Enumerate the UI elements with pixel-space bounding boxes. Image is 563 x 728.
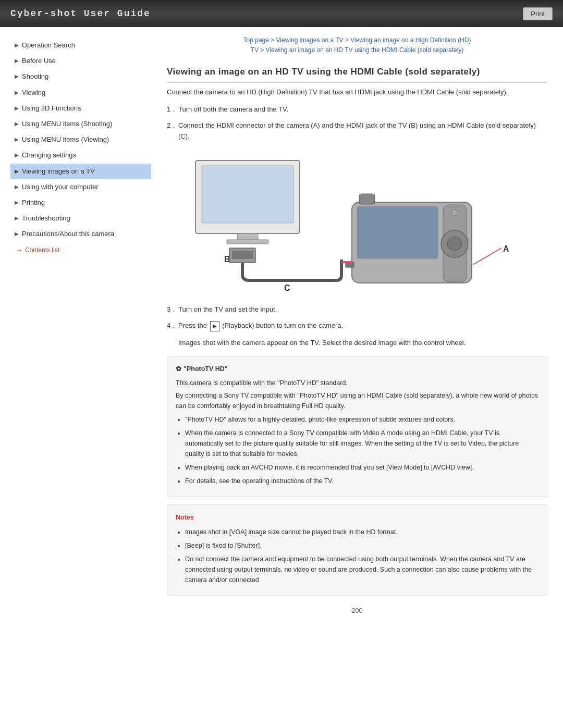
step-num: 2． [167, 120, 178, 131]
notes-bullet-3: Do not connect the camera and equipment … [185, 554, 538, 585]
step-num: 1． [167, 104, 178, 115]
arrow-icon: ▶ [15, 215, 19, 222]
svg-rect-1 [202, 166, 293, 223]
sidebar-item-label: Precautions/About this camera [22, 229, 114, 239]
notes-bullets: Images shot in [VGA] image size cannot b… [176, 527, 538, 585]
print-button[interactable]: Print [523, 7, 553, 20]
phototv-bullet-2: When the camera is connected to a Sony T… [185, 428, 538, 459]
svg-rect-3 [227, 240, 268, 244]
arrow-icon: ▶ [15, 183, 19, 191]
tip-icon: ✿ [176, 364, 181, 375]
sidebar-item-menu-viewing[interactable]: ▶ Using MENU items (Viewing) [10, 132, 151, 147]
sidebar-item-changing-settings[interactable]: ▶ Changing settings [10, 147, 151, 163]
arrow-icon: ▶ [15, 120, 19, 128]
phototv-bullet-3: When playing back an AVCHD movie, it is … [185, 462, 538, 473]
sidebar-item-3d-functions[interactable]: ▶ Using 3D Functions [10, 101, 151, 116]
arrow-icon: ▶ [15, 199, 19, 206]
sidebar-item-printing[interactable]: ▶ Printing [10, 195, 151, 211]
intro-text: Connect the camera to an HD (High Defini… [167, 87, 547, 98]
notes-bullet-2: [Beep] is fixed to [Shutter]. [185, 540, 538, 551]
sidebar-item-viewing[interactable]: ▶ Viewing [10, 85, 151, 101]
main-container: ▶ Operation Search ▶ Before Use ▶ Shooti… [0, 27, 563, 630]
page-number: 200 [167, 607, 547, 614]
sidebar-item-label: Shooting [22, 72, 48, 81]
arrow-icon: ▶ [15, 89, 19, 96]
step-text: Connect the HDMI connector of the camera… [178, 120, 547, 142]
sidebar-item-before-use[interactable]: ▶ Before Use [10, 53, 151, 69]
notes-bullet-1: Images shot in [VGA] image size cannot b… [185, 527, 538, 537]
breadcrumb-line1: Top page > Viewing images on a TV > View… [167, 35, 547, 45]
step-num: 3． [167, 304, 178, 315]
svg-rect-9 [357, 206, 438, 258]
step-text: Turn on the TV and set the input. [178, 304, 277, 315]
contents-arrow-icon: → [16, 246, 23, 254]
svg-text:A: A [503, 244, 509, 253]
contents-list-link[interactable]: → Contents list [10, 242, 151, 258]
arrow-icon: ▶ [15, 73, 19, 80]
arrow-icon: ▶ [15, 168, 19, 175]
contents-list-label: Contents list [25, 246, 59, 254]
arrow-icon: ▶ [15, 42, 19, 49]
sidebar-item-precautions[interactable]: ▶ Precautions/About this camera [10, 226, 151, 242]
svg-text:C: C [284, 283, 290, 292]
sidebar-item-operation-search[interactable]: ▶ Operation Search [10, 38, 151, 53]
steps-list: 1． Turn off both the camera and the TV. … [167, 104, 547, 142]
svg-point-13 [451, 209, 458, 216]
page-title: Viewing an image on an HD TV using the H… [167, 66, 547, 83]
step4-extra: Images shot with the camera appear on th… [178, 338, 547, 349]
step-4: 4． Press the ▶ (Playback) button to turn… [167, 320, 547, 331]
diagram-area: B C [167, 150, 547, 296]
diagram-svg: B C [167, 150, 547, 296]
playback-icon: ▶ [210, 321, 219, 331]
app-title: Cyber-shot User Guide [10, 8, 151, 19]
sidebar-item-label: Using with your computer [22, 182, 99, 192]
phototv-bullet-1: "PhotoTV HD" allows for a highly-detaile… [185, 414, 538, 425]
sidebar-item-label: Using 3D Functions [22, 104, 81, 113]
sidebar-item-label: Operation Search [22, 41, 75, 50]
arrow-icon: ▶ [15, 136, 19, 143]
header: Cyber-shot User Guide Print [0, 0, 563, 27]
sidebar-item-label: Viewing images on a TV [22, 167, 95, 176]
step-2: 2． Connect the HDMI connector of the cam… [167, 120, 547, 142]
svg-line-17 [473, 248, 501, 265]
step-1: 1． Turn off both the camera and the TV. [167, 104, 547, 115]
phototv-line2: By connecting a Sony TV compatible with … [176, 390, 538, 411]
step-num: 4． [167, 320, 178, 331]
notes-box: Notes Images shot in [VGA] image size ca… [167, 504, 547, 596]
sidebar-item-label: Using MENU items (Viewing) [22, 135, 109, 144]
sidebar-item-viewing-tv[interactable]: ▶ Viewing images on a TV [10, 164, 151, 179]
sidebar-item-computer[interactable]: ▶ Using with your computer [10, 179, 151, 195]
phototv-line1: This camera is compatible with the "Phot… [176, 378, 538, 388]
phototv-bullet-4: For details, see the operating instructi… [185, 476, 538, 486]
sidebar-item-menu-shooting[interactable]: ▶ Using MENU items (Shooting) [10, 116, 151, 132]
phototv-bullets: "PhotoTV HD" allows for a highly-detaile… [176, 414, 538, 486]
phototv-title-text: "PhotoTV HD" [183, 364, 228, 374]
sidebar-item-label: Changing settings [22, 151, 76, 160]
sidebar-item-shooting[interactable]: ▶ Shooting [10, 69, 151, 84]
svg-rect-14 [359, 194, 375, 204]
step-text: Press the ▶ (Playback) button to turn on… [178, 320, 343, 331]
svg-rect-6 [232, 251, 253, 259]
content-area: Top page > Viewing images on a TV > View… [151, 27, 563, 630]
sidebar-item-label: Troubleshooting [22, 214, 70, 223]
sidebar-item-label: Using MENU items (Shooting) [22, 119, 112, 129]
step-text: Turn off both the camera and the TV. [178, 104, 288, 115]
arrow-icon: ▶ [15, 152, 19, 159]
steps-list-2: 3． Turn on the TV and set the input. 4． … [167, 304, 547, 331]
phototv-title: ✿ "PhotoTV HD" [176, 364, 538, 375]
sidebar: ▶ Operation Search ▶ Before Use ▶ Shooti… [0, 27, 151, 630]
sidebar-item-label: Printing [22, 198, 45, 207]
arrow-icon: ▶ [15, 230, 19, 238]
sidebar-item-label: Before Use [22, 56, 56, 66]
sidebar-item-troubleshooting[interactable]: ▶ Troubleshooting [10, 211, 151, 226]
breadcrumb: Top page > Viewing images on a TV > View… [167, 35, 547, 55]
arrow-icon: ▶ [15, 105, 19, 112]
sidebar-item-label: Viewing [22, 88, 45, 97]
notes-title: Notes [176, 512, 538, 523]
arrow-icon: ▶ [15, 57, 19, 65]
breadcrumb-line2: TV > Viewing an image on an HD TV using … [167, 45, 547, 55]
svg-point-12 [447, 237, 462, 251]
step-3: 3． Turn on the TV and set the input. [167, 304, 547, 315]
phototv-info-box: ✿ "PhotoTV HD" This camera is compatible… [167, 356, 547, 497]
